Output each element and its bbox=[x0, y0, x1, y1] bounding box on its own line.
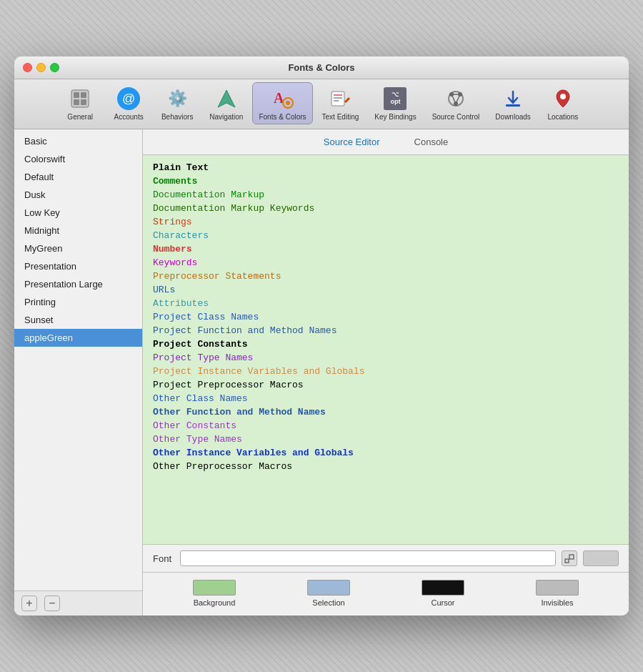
color-item-doc-markup[interactable]: Documentation Markup bbox=[153, 188, 619, 202]
color-item-keywords[interactable]: Keywords bbox=[153, 256, 619, 270]
color-item-project-func[interactable]: Project Function and Method Names bbox=[153, 324, 619, 337]
swatch-background[interactable]: Background bbox=[193, 580, 236, 607]
general-label: General bbox=[67, 113, 93, 121]
color-item-project-preproc[interactable]: Project Preprocessor Macros bbox=[153, 378, 619, 392]
color-item-other-type[interactable]: Other Type Names bbox=[153, 433, 619, 446]
font-label: Font bbox=[153, 553, 174, 564]
svg-marker-5 bbox=[218, 90, 235, 107]
color-item-project-type[interactable]: Project Type Names bbox=[153, 351, 619, 365]
svg-point-8 bbox=[286, 101, 290, 105]
color-item-strings[interactable]: Strings bbox=[153, 215, 619, 229]
toolbar-key-bindings[interactable]: ⌥opt Key Bindings bbox=[368, 82, 422, 124]
toolbar-text-editing[interactable]: Text Editing bbox=[316, 82, 366, 124]
color-list[interactable]: Plain Text Comments Documentation Markup… bbox=[143, 155, 629, 544]
navigation-icon bbox=[214, 86, 239, 112]
color-item-characters[interactable]: Characters bbox=[153, 229, 619, 242]
sidebar-item-dusk[interactable]: Dusk bbox=[14, 186, 142, 204]
selection-swatch[interactable] bbox=[307, 580, 350, 596]
sidebar-item-presentation[interactable]: Presentation bbox=[14, 257, 142, 275]
toolbar-locations[interactable]: Locations bbox=[540, 82, 586, 124]
tab-source-editor[interactable]: Source Editor bbox=[321, 135, 383, 149]
font-resize-button[interactable] bbox=[562, 550, 577, 566]
cursor-swatch[interactable] bbox=[422, 580, 464, 596]
sidebar-item-mygreen[interactable]: MyGreen bbox=[14, 239, 142, 257]
color-item-plain-text[interactable]: Plain Text bbox=[153, 161, 619, 174]
swatch-row: Background Selection Cursor Invisibles bbox=[143, 572, 629, 616]
color-item-project-const[interactable]: Project Constants bbox=[153, 337, 619, 351]
toolbar-general[interactable]: General bbox=[57, 82, 103, 124]
navigation-label: Navigation bbox=[209, 113, 243, 121]
window-title: Fonts & Colors bbox=[21, 62, 622, 73]
cursor-label: Cursor bbox=[431, 598, 454, 607]
sidebar-item-midnight[interactable]: Midnight bbox=[14, 222, 142, 239]
swatch-cursor[interactable]: Cursor bbox=[422, 580, 464, 607]
locations-label: Locations bbox=[547, 113, 578, 121]
color-item-numbers[interactable]: Numbers bbox=[153, 242, 619, 256]
sidebar-item-sunset[interactable]: Sunset bbox=[14, 311, 142, 329]
font-row: Font bbox=[143, 544, 629, 572]
toolbar-fonts-colors[interactable]: A Fonts & Colors bbox=[252, 82, 312, 124]
minimize-button[interactable] bbox=[36, 63, 46, 72]
color-item-attributes[interactable]: Attributes bbox=[153, 297, 619, 310]
color-item-project-instance[interactable]: Project Instance Variables and Globals bbox=[153, 365, 619, 378]
sidebar-footer: + − bbox=[14, 591, 142, 616]
svg-point-21 bbox=[560, 94, 566, 99]
color-item-other-const[interactable]: Other Constants bbox=[153, 419, 619, 433]
svg-rect-23 bbox=[569, 555, 574, 559]
sidebar-item-basic[interactable]: Basic bbox=[14, 132, 142, 150]
behaviors-icon: ⚙️ bbox=[164, 86, 190, 112]
titlebar: Fonts & Colors bbox=[14, 56, 629, 79]
svg-rect-2 bbox=[81, 92, 86, 98]
toolbar-navigation[interactable]: Navigation bbox=[203, 82, 249, 124]
color-item-project-class[interactable]: Project Class Names bbox=[153, 310, 619, 324]
svg-rect-22 bbox=[565, 559, 569, 563]
svg-rect-4 bbox=[81, 99, 86, 105]
sidebar-list: Basic Colorswift Default Dusk Low Key Mi… bbox=[14, 129, 142, 591]
source-control-icon bbox=[443, 86, 469, 112]
sidebar-item-lowkey[interactable]: Low Key bbox=[14, 204, 142, 222]
toolbar-source-control[interactable]: Source Control bbox=[426, 82, 487, 124]
tab-console[interactable]: Console bbox=[412, 135, 452, 149]
text-editing-label: Text Editing bbox=[322, 113, 359, 121]
sidebar: Basic Colorswift Default Dusk Low Key Mi… bbox=[14, 129, 143, 616]
key-bindings-icon: ⌥opt bbox=[382, 86, 408, 112]
invisibles-swatch[interactable] bbox=[536, 580, 579, 596]
background-swatch[interactable] bbox=[193, 580, 236, 596]
invisibles-label: Invisibles bbox=[541, 598, 573, 607]
svg-rect-3 bbox=[74, 99, 79, 105]
toolbar-behaviors[interactable]: ⚙️ Behaviors bbox=[154, 82, 200, 124]
font-field[interactable] bbox=[180, 550, 556, 566]
color-item-doc-markup-kw[interactable]: Documentation Markup Keywords bbox=[153, 202, 619, 215]
close-button[interactable] bbox=[23, 63, 32, 72]
remove-theme-button[interactable]: − bbox=[44, 596, 60, 611]
sidebar-item-printing[interactable]: Printing bbox=[14, 293, 142, 311]
right-panel: Source Editor Console Plain Text Comment… bbox=[143, 129, 629, 616]
fonts-colors-icon: A bbox=[269, 86, 295, 112]
color-item-other-func[interactable]: Other Function and Method Names bbox=[153, 405, 619, 419]
color-item-preprocessor[interactable]: Preprocessor Statements bbox=[153, 270, 619, 283]
font-edit-button[interactable] bbox=[583, 550, 619, 566]
add-theme-button[interactable]: + bbox=[21, 596, 37, 611]
text-editing-icon bbox=[327, 86, 353, 112]
color-item-other-class[interactable]: Other Class Names bbox=[153, 392, 619, 405]
locations-icon bbox=[550, 86, 576, 112]
toolbar: General @ Accounts ⚙️ Behaviors Navigati… bbox=[14, 79, 629, 129]
key-bindings-label: Key Bindings bbox=[374, 113, 416, 121]
behaviors-label: Behaviors bbox=[161, 113, 193, 121]
sidebar-item-applegreen[interactable]: appleGreen bbox=[14, 329, 142, 347]
sidebar-item-colorswift[interactable]: Colorswift bbox=[14, 150, 142, 168]
swatch-selection[interactable]: Selection bbox=[307, 580, 350, 607]
swatch-invisibles[interactable]: Invisibles bbox=[536, 580, 579, 607]
color-item-comments[interactable]: Comments bbox=[153, 174, 619, 188]
maximize-button[interactable] bbox=[50, 63, 59, 72]
color-item-urls[interactable]: URLs bbox=[153, 283, 619, 297]
toolbar-downloads[interactable]: Downloads bbox=[489, 82, 537, 124]
fonts-colors-label: Fonts & Colors bbox=[259, 113, 306, 121]
sidebar-item-presentation-large[interactable]: Presentation Large bbox=[14, 275, 142, 293]
main-content: Basic Colorswift Default Dusk Low Key Mi… bbox=[14, 129, 629, 616]
toolbar-accounts[interactable]: @ Accounts bbox=[106, 82, 151, 124]
color-item-other-instance[interactable]: Other Instance Variables and Globals bbox=[153, 446, 619, 460]
svg-rect-9 bbox=[332, 92, 344, 106]
color-item-other-preproc[interactable]: Other Preprocessor Macros bbox=[153, 460, 619, 473]
sidebar-item-default[interactable]: Default bbox=[14, 168, 142, 186]
